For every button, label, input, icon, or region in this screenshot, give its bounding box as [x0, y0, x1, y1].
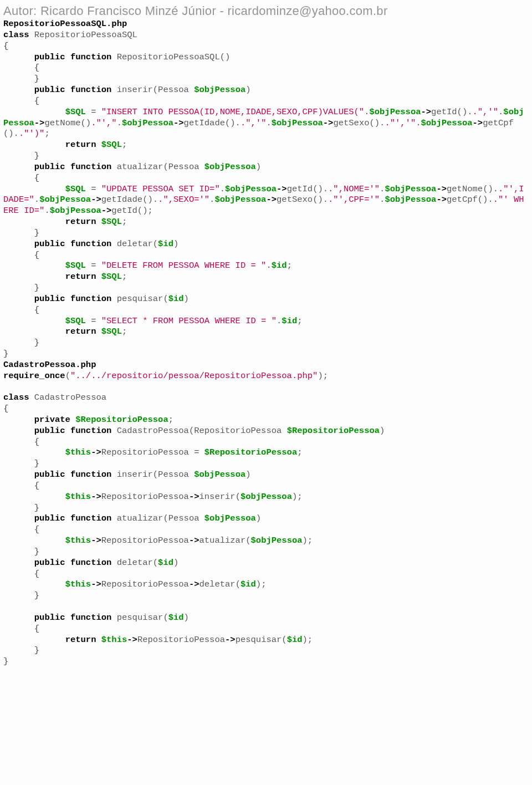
- filename-1: RepositorioPessoaSQL.php: [3, 19, 127, 29]
- author-line: Autor: Ricardo Francisco Minzé Júnior - …: [3, 3, 529, 19]
- code-block-1: RepositorioPessoaSQL.php class Repositor…: [3, 19, 529, 667]
- filename-2: CadastroPessoa.php: [3, 360, 96, 370]
